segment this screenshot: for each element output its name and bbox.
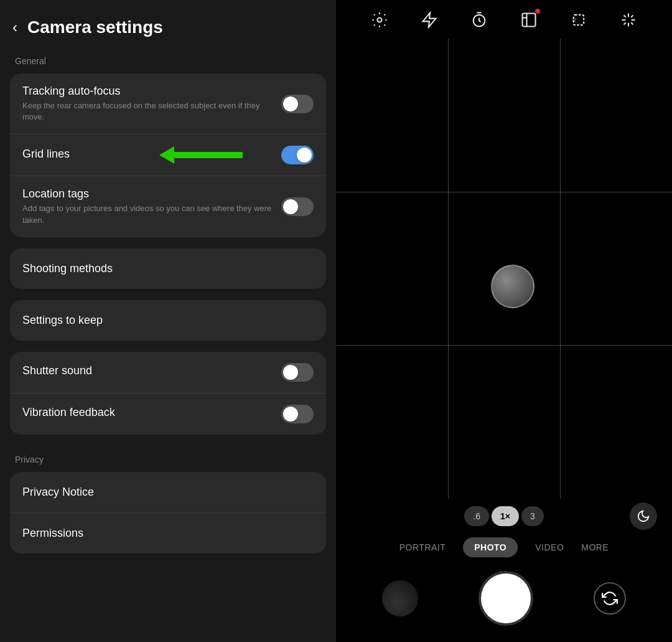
svg-marker-1 <box>423 12 436 27</box>
zoom-1x[interactable]: 1× <box>492 506 519 526</box>
general-section-label: General <box>0 50 336 71</box>
general-settings-card: Tracking auto-focus Keep the rear camera… <box>10 73 326 237</box>
camera-viewfinder <box>336 39 672 499</box>
tracking-autofocus-subtitle: Keep the rear camera focused on the sele… <box>22 100 274 123</box>
settings-icon[interactable] <box>371 11 388 32</box>
settings-to-keep-item[interactable]: Settings to keep <box>10 300 326 341</box>
location-tags-title: Location tags <box>22 187 274 201</box>
shutter-sound-title: Shutter sound <box>22 364 274 377</box>
grid-v1 <box>448 39 449 499</box>
zoom-3x[interactable]: 3 <box>521 506 544 526</box>
location-tags-text: Location tags Add tags to your pictures … <box>22 187 274 225</box>
mode-more[interactable]: MORE <box>581 542 609 552</box>
focus-circle <box>491 265 534 308</box>
sparkle-icon[interactable] <box>620 11 637 32</box>
grid-lines-item[interactable]: Grid lines <box>10 135 326 176</box>
svg-line-13 <box>631 16 633 17</box>
zoom-06[interactable]: .6 <box>464 506 489 526</box>
vibration-feedback-item[interactable]: Vibration feedback <box>10 394 326 435</box>
mode-portrait[interactable]: PORTRAIT <box>399 542 446 552</box>
grid-v2 <box>560 39 561 499</box>
gallery-thumbnail[interactable] <box>382 580 418 616</box>
back-button[interactable]: ‹ <box>12 19 17 36</box>
flash-icon[interactable] <box>421 11 438 32</box>
location-tags-toggle[interactable] <box>281 197 314 216</box>
permissions-title: Permissions <box>22 527 83 540</box>
shooting-methods-title: Shooting methods <box>22 262 113 275</box>
privacy-notice-item[interactable]: Privacy Notice <box>10 472 326 513</box>
privacy-section-label: Privacy <box>0 448 336 470</box>
mode-photo[interactable]: PHOTO <box>463 537 518 557</box>
audio-haptic-card: Shutter sound Vibration feedback <box>10 352 326 435</box>
camera-panel: .6 1× 3 PORTRAIT PHOTO VIDEO MORE <box>336 0 672 642</box>
night-mode-button[interactable] <box>630 503 657 530</box>
svg-line-14 <box>624 22 626 24</box>
shooting-methods-item[interactable]: Shooting methods <box>10 248 326 289</box>
camera-mode-row: PORTRAIT PHOTO VIDEO MORE <box>336 531 672 564</box>
settings-to-keep-card: Settings to keep <box>10 300 326 341</box>
ratio-icon[interactable] <box>520 11 538 32</box>
grid-h1 <box>336 192 672 192</box>
vibration-feedback-toggle[interactable] <box>281 405 314 423</box>
flip-camera-button[interactable] <box>594 582 626 615</box>
grid-lines-toggle[interactable] <box>281 146 314 164</box>
vibration-feedback-text: Vibration feedback <box>22 406 274 422</box>
tracking-autofocus-title: Tracking auto-focus <box>22 85 274 98</box>
shooting-methods-card: Shooting methods <box>10 248 326 289</box>
camera-bottom-controls <box>336 564 672 642</box>
privacy-card: Privacy Notice Permissions <box>10 472 326 554</box>
shutter-button[interactable] <box>481 574 531 623</box>
shutter-sound-toggle[interactable] <box>281 363 314 382</box>
shutter-sound-item[interactable]: Shutter sound <box>10 352 326 394</box>
camera-toolbar <box>336 0 672 39</box>
zoom-controls: .6 1× 3 <box>336 499 672 531</box>
svg-point-0 <box>378 18 382 22</box>
tracking-autofocus-toggle[interactable] <box>281 95 314 113</box>
location-tags-item[interactable]: Location tags Add tags to your pictures … <box>10 176 326 237</box>
settings-to-keep-title: Settings to keep <box>22 314 103 327</box>
svg-line-11 <box>624 16 626 17</box>
grid-h2 <box>336 345 672 346</box>
grid-lines-arrow <box>159 146 243 164</box>
privacy-notice-title: Privacy Notice <box>22 486 94 499</box>
timer-icon[interactable] <box>470 11 488 32</box>
vibration-feedback-title: Vibration feedback <box>22 406 274 419</box>
ratio-notification-dot <box>535 9 540 14</box>
mode-video[interactable]: VIDEO <box>535 542 564 552</box>
svg-rect-3 <box>523 14 536 27</box>
page-title: Camera settings <box>27 17 163 37</box>
tracking-autofocus-text: Tracking auto-focus Keep the rear camera… <box>22 85 274 123</box>
crop-icon[interactable] <box>570 11 587 32</box>
settings-header: ‹ Camera settings <box>0 0 336 50</box>
settings-panel: ‹ Camera settings General Tracking auto-… <box>0 0 336 642</box>
tracking-autofocus-item[interactable]: Tracking auto-focus Keep the rear camera… <box>10 73 326 135</box>
location-tags-subtitle: Add tags to your pictures and videos so … <box>22 203 274 225</box>
shutter-sound-text: Shutter sound <box>22 364 274 380</box>
permissions-item[interactable]: Permissions <box>10 513 326 554</box>
svg-line-12 <box>631 22 633 24</box>
